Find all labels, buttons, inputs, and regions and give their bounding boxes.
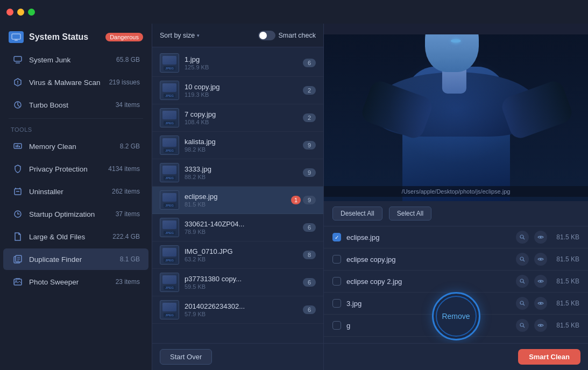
duplicate-item[interactable]: eclipse copy.jpg81.5 KB [324,248,588,271]
count-badge: 6 [303,278,316,287]
file-list-item[interactable]: 330621-140ZP04...78.9 KB6 [152,214,323,241]
duplicate-item[interactable]: eclipse.jpg81.5 KB [324,226,588,248]
eye-icon[interactable] [534,297,547,310]
uninstaller-count: 262 items [112,188,140,195]
file-list-item[interactable]: kalista.jpg98.2 KB9 [152,132,323,159]
file-list: 1.jpg125.9 KB610 copy.jpg119.3 KB27 copy… [152,47,323,343]
file-thumbnail [160,190,179,210]
duplicate-checkbox[interactable] [332,277,341,286]
badge-row: 6 [303,59,316,67]
file-list-item[interactable]: eclipse.jpg81.5 KB19 [152,187,323,214]
startup-optimization-count: 37 items [116,210,140,218]
preview-area: /Users/apple/Desktop/photo/js/eclipse.jp… [324,24,588,201]
svg-point-26 [540,237,542,238]
file-name: 1.jpg [185,55,297,63]
middle-footer: Start Over [152,343,323,370]
maximize-button[interactable] [28,9,35,16]
file-name: 10 copy.jpg [185,83,297,91]
right-panel-wrapper: /Users/apple/Desktop/photo/js/eclipse.jp… [324,24,588,370]
traffic-lights [6,9,35,16]
file-list-item[interactable]: 3333.jpg88.2 KB9 [152,159,323,187]
file-thumbnail [160,81,179,100]
search-icon[interactable] [516,253,529,266]
duplicate-name: eclipse.jpg [346,233,511,241]
svg-point-30 [520,279,523,282]
large-old-files-icon [12,231,24,243]
deselect-all-button[interactable]: Deselect All [332,207,382,220]
count-badge: 6 [303,59,316,67]
virus-malware-icon [12,76,24,88]
right-panel: /Users/apple/Desktop/photo/js/eclipse.jp… [324,24,588,370]
count-badge: 6 [303,305,316,314]
count-badge: 9 [303,168,316,177]
sidebar-item-privacy-protection[interactable]: Privacy Protection 4134 items [3,158,148,180]
memory-clean-label: Memory Clean [29,143,115,151]
sidebar-item-large-old-files[interactable]: Large & Old Files 222.4 GB [3,226,148,247]
duplicate-name: eclipse copy.jpg [346,255,511,264]
eye-icon[interactable] [534,275,547,288]
count-badge: 6 [303,223,316,232]
minimize-button[interactable] [17,9,24,16]
file-name: 330621-140ZP04... [185,220,297,228]
file-info: 10 copy.jpg119.3 KB [185,83,297,98]
sidebar-item-uninstaller[interactable]: Uninstaller 262 items [3,181,148,202]
file-list-item[interactable]: 20140226234302...57.9 KB6 [152,296,323,324]
search-icon[interactable] [516,297,529,310]
search-icon[interactable] [516,319,529,332]
smart-check-switch[interactable] [258,31,275,40]
close-button[interactable] [6,9,13,16]
memory-clean-count: 8.2 GB [120,143,140,150]
tools-section-header: Tools [0,121,152,135]
sidebar-item-virus-malware[interactable]: Virus & Malware Scan 219 issues [3,72,148,93]
start-over-button[interactable]: Start Over [160,349,212,365]
sidebar-item-startup-optimization[interactable]: Startup Optimization 37 items [3,203,148,225]
turbo-boost-label: Turbo Boost [29,101,110,109]
eye-icon[interactable] [534,319,547,332]
remove-button[interactable]: Remove [432,292,480,340]
sidebar-item-memory-clean[interactable]: Memory Clean 8.2 GB [3,136,148,157]
sidebar-item-duplicate-finder[interactable]: Duplicate Finder 8.1 GB [3,248,148,270]
search-icon[interactable] [516,275,529,288]
svg-point-33 [520,301,523,304]
duplicate-item[interactable]: eclipse copy 2.jpg81.5 KB [324,271,588,293]
duplicate-checkbox[interactable] [332,321,341,330]
file-list-item[interactable]: 7 copy.jpg108.4 KB2 [152,104,323,132]
privacy-protection-label: Privacy Protection [29,165,103,173]
main-content: System Status Dangerous System Junk 65.8… [0,24,588,370]
smart-check-toggle[interactable]: Smart check [258,31,316,40]
sidebar-item-turbo-boost[interactable]: Turbo Boost 34 items [3,94,148,116]
svg-rect-10 [17,145,18,147]
badge-row: 2 [303,113,316,122]
file-info: 330621-140ZP04...78.9 KB [185,220,297,235]
search-icon[interactable] [516,231,529,244]
file-list-item[interactable]: 1.jpg125.9 KB6 [152,49,323,77]
file-size: 98.2 KB [185,146,297,153]
preview-path: /Users/apple/Desktop/photo/js/eclipse.jp… [324,186,588,197]
eye-icon[interactable] [534,231,547,244]
file-info: 3333.jpg88.2 KB [185,165,297,180]
eye-icon[interactable] [534,253,547,266]
file-list-item[interactable]: p37731380 copy...59.5 KB6 [152,269,323,296]
file-name: 20140226234302... [185,302,297,310]
sidebar: System Status Dangerous System Junk 65.8… [0,24,152,370]
svg-line-34 [523,304,525,306]
badge-row: 6 [303,305,316,314]
duplicate-checkbox[interactable] [332,255,341,264]
svg-rect-3 [14,56,22,61]
file-list-item[interactable]: IMG_0710.JPG63.2 KB8 [152,241,323,269]
count-badge-red: 1 [291,196,301,204]
preview-image [324,34,588,201]
sort-by-size-button[interactable]: Sort by size ▾ [160,32,200,39]
duplicate-checkbox[interactable] [332,233,341,241]
sidebar-item-system-junk[interactable]: System Junk 65.8 GB [3,49,148,70]
badge-row: 2 [303,86,316,95]
large-old-files-label: Large & Old Files [29,233,107,241]
duplicate-size: 81.5 KB [552,322,579,329]
select-all-button[interactable]: Select All [389,207,431,220]
duplicate-name: g [346,322,511,330]
sidebar-item-photo-sweeper[interactable]: Photo Sweeper 23 items [3,271,148,293]
virus-malware-label: Virus & Malware Scan [29,79,104,87]
smart-clean-button[interactable]: Smart Clean [518,349,580,365]
duplicate-checkbox[interactable] [332,299,341,308]
file-list-item[interactable]: 10 copy.jpg119.3 KB2 [152,77,323,104]
